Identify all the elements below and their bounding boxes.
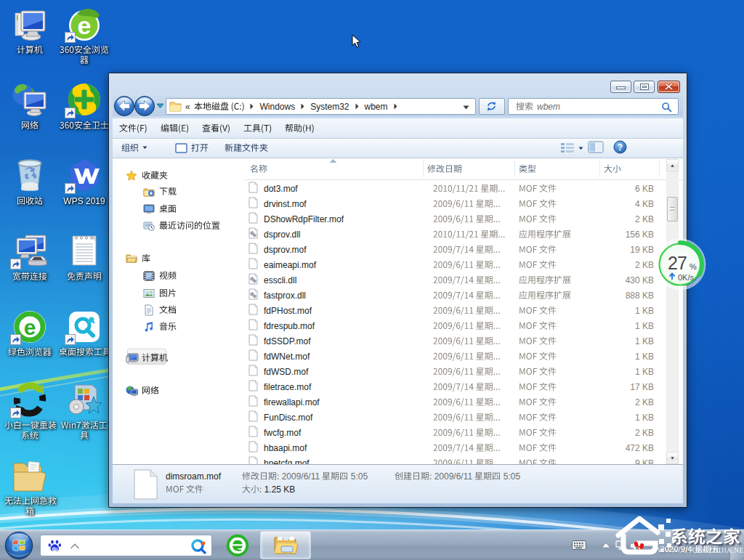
svg-text:e: e bbox=[24, 315, 36, 339]
svg-text:0K/s: 0K/s bbox=[678, 273, 695, 282]
svg-text:%: % bbox=[690, 262, 697, 271]
svg-text:du: du bbox=[52, 546, 57, 551]
svg-text:27: 27 bbox=[668, 253, 687, 273]
svg-text:e: e bbox=[78, 12, 92, 39]
svg-text:?: ? bbox=[618, 142, 623, 153]
